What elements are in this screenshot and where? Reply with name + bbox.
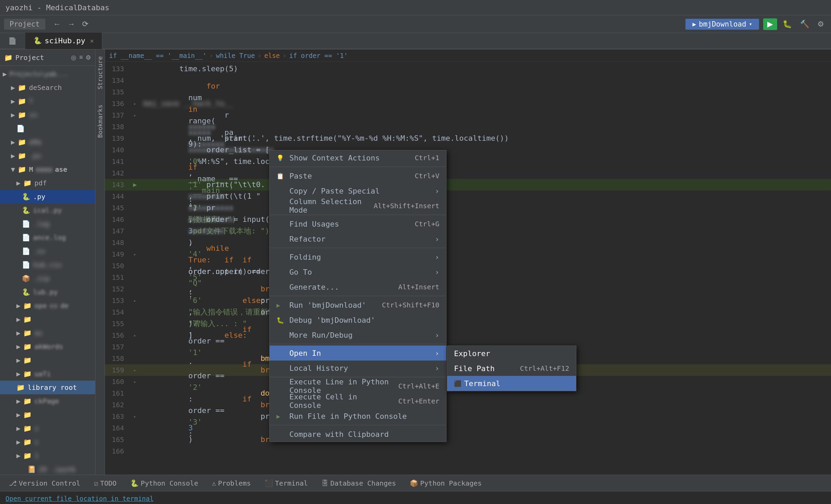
sidebar-header: 📁 Project ◎ ≡ ⚙ <box>0 49 95 66</box>
sidebar-item-blank3[interactable]: ▶📁 <box>0 408 95 422</box>
ctx-run-file-python[interactable]: ▶ Run File in Python Console <box>270 409 446 424</box>
db-icon: 🗄 <box>321 479 328 487</box>
ctx-goto[interactable]: Go To › <box>270 264 446 279</box>
sidebar-item-akwords[interactable]: ▶📁 akWords <box>0 340 95 353</box>
synchronize-btn[interactable]: ⟳ <box>79 18 91 30</box>
sidebar-item-hub-csv[interactable]: 📄 hub.csv <box>0 258 95 272</box>
sidebar-item-ckpage[interactable]: ▶📁 ckPage <box>0 394 95 408</box>
terminal-tab-icon: ⬛ <box>265 479 273 487</box>
sidebar-item-pdf[interactable]: ▶📁 pdf <box>0 176 95 190</box>
debug-icon: 🐛 <box>276 317 286 324</box>
breadcrumb-item-4[interactable]: if order == '1' <box>289 52 348 59</box>
sidebar-item-desearch[interactable]: ▶📁 deSearch <box>0 81 95 94</box>
ctx-show-context-actions[interactable]: 💡 Show Context Actions Ctrl+1 <box>270 150 446 165</box>
breadcrumb-item-3[interactable]: else <box>264 52 280 59</box>
sidebar-item-py[interactable]: 🐍 .py <box>0 190 95 203</box>
sidebar-item-ema[interactable]: ▶📁 eMa <box>0 135 95 149</box>
ctx-debug-bmj[interactable]: 🐛 Debug 'bmjDownload' <box>270 312 446 327</box>
submenu-terminal[interactable]: ⬛ Terminal <box>447 376 576 391</box>
python-console-icon: 🐍 <box>130 479 139 487</box>
ctx-execute-line[interactable]: Execute Line in Python Console Ctrl+Alt+… <box>270 379 446 394</box>
sidebar-scroll-btn[interactable]: ◎ <box>71 54 76 61</box>
ctx-execute-cell[interactable]: Execute Cell in Console Ctrl+Enter <box>270 394 446 409</box>
vtab-bookmarks[interactable]: Bookmarks <box>94 101 106 142</box>
sidebar-item-sv[interactable]: 📄 .sv <box>0 244 95 258</box>
sidebar-item-ope-de[interactable]: ▶📁 opexxde <box>0 299 95 312</box>
ctx-run-bmj[interactable]: ▶ Run 'bmjDownload' Ctrl+Shift+F10 <box>270 297 446 312</box>
sidebar-item-medical-py[interactable]: 🐍 ical.py <box>0 203 95 217</box>
bottom-tab-database-changes[interactable]: 🗄 Database Changes <box>315 477 402 490</box>
ctx-column-selection[interactable]: Column Selection Mode Alt+Shift+Insert <box>270 198 446 213</box>
sidebar-item-uati[interactable]: ▶📁 uaTi <box>0 367 95 381</box>
sidebar-collapse-btn[interactable]: ≡ <box>79 54 83 61</box>
submenu-file-path[interactable]: File Path Ctrl+Alt+F12 <box>447 361 576 376</box>
sidebar-item-ps[interactable]: ▶📁 .ps <box>0 149 95 163</box>
code-editor[interactable]: if __name__ == '__main__' › while True ›… <box>105 49 831 475</box>
vtab-structure[interactable]: Structure <box>94 52 106 94</box>
run-config-selector[interactable]: ▶ bmjDownload ▾ <box>685 19 759 30</box>
build-btn[interactable]: 🔨 <box>797 18 812 30</box>
ctx-compare-clipboard[interactable]: Compare with Clipboard <box>270 427 446 442</box>
ctx-generate[interactable]: Generate... Alt+Insert <box>270 279 446 294</box>
submenu-explorer[interactable]: Explorer <box>447 346 576 361</box>
sidebar-gear-btn[interactable]: ⚙ <box>86 54 91 61</box>
debug-btn[interactable]: 🐛 <box>780 18 795 30</box>
ctx-find-usages[interactable]: Find Usages Ctrl+G <box>270 216 446 231</box>
sidebar-item-root[interactable]: ▶ Projects\yab... <box>0 67 95 81</box>
sidebar-item-ance-log[interactable]: 📄 ance.log <box>0 231 95 244</box>
settings-btn[interactable]: ⚙ <box>815 18 827 30</box>
bulb-icon: 💡 <box>276 154 286 162</box>
run-btn[interactable]: ▶ <box>763 18 777 30</box>
ctx-paste[interactable]: 📋 Paste Ctrl+V <box>270 168 446 183</box>
notification-text: Open current file location in terminal <box>5 495 154 502</box>
sidebar-item-zip[interactable]: 📦 .zip <box>0 272 95 285</box>
tab-placeholder[interactable]: 📄 <box>0 33 25 49</box>
run-green-icon: ▶ <box>276 302 286 309</box>
sidebar-item-in[interactable]: ▶📁 in <box>0 108 95 122</box>
ctx-more-run[interactable]: More Run/Debug › <box>270 327 446 342</box>
ctx-sep-4 <box>270 296 446 296</box>
sidebar-item-v2[interactable]: ▶📁 v <box>0 435 95 449</box>
navigation-forward-btn[interactable]: → <box>65 18 78 30</box>
ctx-copy-paste-special[interactable]: Copy / Paste Special › <box>270 183 446 198</box>
toolbar: Project ← → ⟳ ▶ bmjDownload ▾ ▶ 🐛 🔨 ⚙ <box>0 15 831 33</box>
sidebar-item-log[interactable]: 📄 .log <box>0 217 95 231</box>
tab-scihub-label: sciHub.py <box>45 36 85 45</box>
sidebar-item-blank2[interactable]: ▶📁 <box>0 353 95 367</box>
breadcrumb-item-2[interactable]: while True <box>216 52 255 59</box>
tab-close-icon[interactable]: ✕ <box>90 37 94 44</box>
sidebar-item-ipynb[interactable]: 📔 20 .ipynb <box>0 462 95 475</box>
sidebar-item-v1[interactable]: ▶📁 v <box>0 422 95 435</box>
bottom-tab-terminal[interactable]: ⬛ Terminal <box>258 477 314 490</box>
packages-icon: 📦 <box>410 479 418 487</box>
sidebar-item-m-ase[interactable]: ▼📁 Mxxxxase <box>0 163 95 176</box>
tab-bar: 📄 🐍 sciHub.py ✕ <box>0 33 831 49</box>
sidebar-item-1[interactable]: ▶📁 1 <box>0 449 95 462</box>
ctx-refactor[interactable]: Refactor › <box>270 231 446 246</box>
sidebar-item-av[interactable]: ▶📁 av <box>0 326 95 340</box>
bottom-tab-todo[interactable]: ☑ TODO <box>88 477 123 490</box>
ctx-local-history[interactable]: Local History › <box>270 361 446 376</box>
sidebar-item-library-root[interactable]: 📁 library root <box>0 381 95 394</box>
ctx-folding[interactable]: Folding › <box>270 249 446 264</box>
code-line-165: 165 break <box>105 434 831 445</box>
breadcrumb-item-1[interactable]: if __name__ == '__main__' <box>109 52 207 59</box>
bottom-tab-version-control[interactable]: ⎇ Version Control <box>3 477 87 490</box>
paste-icon: 📋 <box>276 172 286 180</box>
ctx-sep-5 <box>270 344 446 344</box>
code-lines: 133 time.sleep(5) 134 135 136 ▸ bmj_save… <box>105 62 831 458</box>
bottom-tab-python-packages[interactable]: 📦 Python Packages <box>404 477 488 490</box>
sidebar-item-blank1[interactable]: ▶📁 <box>0 312 95 326</box>
ctx-sep-7 <box>270 425 446 425</box>
sidebar-item-sub1[interactable]: 📄 <box>0 122 95 135</box>
sidebar-item-lub-py[interactable]: 🐍 lub.py <box>0 285 95 299</box>
todo-icon: ☑ <box>94 479 98 487</box>
navigation-back-btn[interactable]: ← <box>51 18 64 30</box>
ctx-open-in[interactable]: Open In › Explorer File Path Ctrl+Alt+F1… <box>270 346 446 361</box>
app-title: yaozhi - MedicalDatabas <box>5 3 109 12</box>
bottom-tab-python-console[interactable]: 🐍 Python Console <box>124 477 205 490</box>
bottom-tab-problems[interactable]: ⚠ Problems <box>206 477 257 490</box>
tab-scihub[interactable]: 🐍 sciHub.py ✕ <box>25 33 102 49</box>
sidebar-item-t[interactable]: ▶📁 T <box>0 94 95 108</box>
project-view-btn[interactable]: Project <box>4 19 45 30</box>
